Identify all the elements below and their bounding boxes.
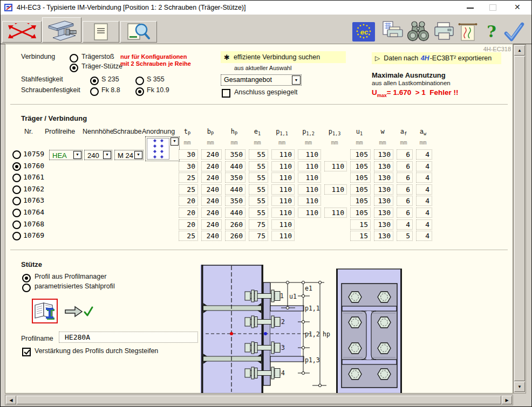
table-cell[interactable]: 240 (201, 184, 222, 195)
table-cell[interactable]: 6 (397, 149, 413, 160)
stiffener-checkbox[interactable] (22, 348, 31, 356)
system-button[interactable] (2, 21, 42, 43)
table-cell[interactable]: 440 (225, 184, 245, 195)
table-cell[interactable]: 55 (249, 208, 268, 218)
row-radio[interactable] (12, 220, 21, 229)
mirror-checkbox-label[interactable]: Anschluss gespiegelt (234, 88, 297, 96)
chevron-down-icon[interactable]: ▼ (292, 75, 301, 85)
table-cell[interactable]: 350 (225, 173, 245, 183)
plot-button[interactable] (458, 21, 478, 43)
table-cell[interactable]: 4 (416, 219, 432, 230)
stiffener-checkbox-label[interactable]: Verstärkung des Profils durch Stegsteife… (35, 347, 158, 355)
radio-profilmanager[interactable] (22, 274, 31, 282)
anordnung-widget[interactable]: ▼ (145, 136, 180, 161)
table-cell[interactable]: 105 (350, 173, 371, 183)
table-cell[interactable]: 130 (374, 196, 393, 206)
row-radio[interactable] (12, 162, 21, 171)
table-cell[interactable]: 6 (397, 161, 413, 171)
table-cell[interactable]: 55 (249, 173, 268, 183)
table-cell[interactable]: 440 (225, 208, 245, 218)
title-bar[interactable]: 4H-EC3 - Typisierte IM-Verbindung [Posit… (1, 1, 531, 15)
table-cell[interactable]: 110 (271, 184, 295, 195)
horizontal-scrollbar[interactable]: ◀ ▶ (5, 395, 513, 405)
table-cell[interactable]: 110 (324, 161, 347, 171)
apply-profile-icon[interactable] (63, 304, 93, 319)
row-radio[interactable] (12, 174, 21, 182)
table-cell[interactable]: 20 (179, 219, 198, 230)
table-cell[interactable]: 240 (201, 219, 222, 230)
table-cell[interactable]: 110 (298, 161, 321, 171)
table-cell[interactable]: 240 (201, 208, 222, 218)
maximize-button[interactable] (489, 4, 496, 11)
radio-traegerstuetze-label[interactable]: Träger-Stütze (81, 63, 122, 70)
profilname-field[interactable]: HE280A (59, 332, 198, 343)
connection-tab-button[interactable] (42, 17, 81, 43)
radio-fk88-label[interactable]: Fk 8.8 (101, 86, 120, 94)
table-cell[interactable]: 6 (397, 196, 413, 206)
help-button[interactable]: ? (485, 21, 498, 43)
table-cell[interactable]: 110 (271, 149, 295, 160)
chevron-down-icon[interactable]: ▼ (134, 151, 142, 159)
table-cell[interactable]: 260 (225, 231, 245, 241)
table-cell[interactable]: 55 (249, 161, 268, 171)
table-cell[interactable]: 110 (271, 219, 295, 230)
table-cell[interactable]: 4 (416, 149, 432, 160)
chevron-down-icon[interactable]: ▼ (103, 151, 111, 159)
radio-s235-label[interactable]: S 235 (101, 75, 119, 83)
table-cell[interactable]: 20 (179, 196, 198, 206)
table-cell[interactable]: 110 (271, 196, 295, 206)
table-cell[interactable]: 240 (201, 231, 222, 241)
table-cell[interactable]: 15 (350, 231, 371, 241)
table-cell[interactable]: 55 (249, 196, 268, 206)
radio-traegerstoss[interactable] (70, 54, 78, 63)
table-cell[interactable]: 6 (397, 173, 413, 183)
table-cell[interactable]: 130 (374, 161, 393, 171)
horizontal-scroll-thumb[interactable] (17, 396, 501, 404)
document-button[interactable] (83, 21, 119, 43)
table-cell[interactable]: 4 (416, 196, 432, 206)
table-cell[interactable]: 110 (298, 196, 321, 206)
radio-traegerstuetze[interactable] (70, 64, 78, 72)
angebot-dropdown[interactable]: Gesamtangebot ▼ (221, 74, 302, 86)
schraube-select[interactable]: M 24 ▼ (114, 150, 144, 160)
nennhoehe-select[interactable]: 240 ▼ (84, 150, 112, 160)
vertical-scrollbar[interactable]: ▲ ▼ (513, 44, 526, 394)
print-list-button[interactable] (383, 21, 404, 43)
table-cell[interactable]: 240 (201, 161, 222, 171)
row-radio[interactable] (12, 209, 21, 217)
table-cell[interactable]: 240 (201, 173, 222, 183)
table-cell[interactable]: 55 (249, 149, 268, 160)
table-cell[interactable]: 110 (298, 173, 321, 183)
table-cell[interactable]: 105 (350, 149, 371, 160)
export-button[interactable]: ▷ Daten nach 4H-EC3BT² exportieren (372, 52, 501, 64)
scroll-up-button[interactable]: ▲ (514, 45, 525, 56)
row-radio[interactable] (12, 185, 21, 194)
confirm-button[interactable] (502, 21, 525, 43)
table-cell[interactable]: 110 (298, 184, 321, 195)
table-cell[interactable]: 5 (397, 231, 413, 241)
table-cell[interactable]: 240 (201, 196, 222, 206)
table-cell[interactable]: 130 (374, 149, 393, 160)
row-radio[interactable] (12, 197, 21, 205)
radio-fk109-label[interactable]: Fk 10.9 (147, 86, 169, 94)
table-cell[interactable]: 110 (271, 161, 295, 171)
table-cell[interactable]: 130 (374, 173, 393, 183)
table-cell[interactable]: 6 (397, 184, 413, 195)
radio-fk109[interactable] (135, 87, 144, 96)
close-button[interactable]: ✕ (514, 3, 521, 11)
radio-traegerstoss-label[interactable]: Trägerstoß (81, 53, 114, 60)
scroll-left-button[interactable]: ◀ (6, 396, 16, 404)
minimize-button[interactable] (467, 8, 474, 9)
table-cell[interactable]: 4 (416, 231, 432, 241)
table-cell[interactable]: 110 (324, 208, 347, 218)
search-button[interactable] (406, 21, 430, 43)
table-cell[interactable]: 110 (271, 208, 295, 218)
table-cell[interactable]: 110 (271, 231, 295, 241)
eurocode-button[interactable]: ec (352, 22, 375, 42)
table-cell[interactable]: 110 (298, 149, 321, 160)
table-cell[interactable]: 30 (179, 149, 198, 160)
row-radio[interactable] (12, 150, 21, 159)
table-cell[interactable]: 130 (374, 208, 393, 218)
mirror-checkbox[interactable] (222, 89, 230, 98)
row-radio[interactable] (12, 232, 21, 240)
